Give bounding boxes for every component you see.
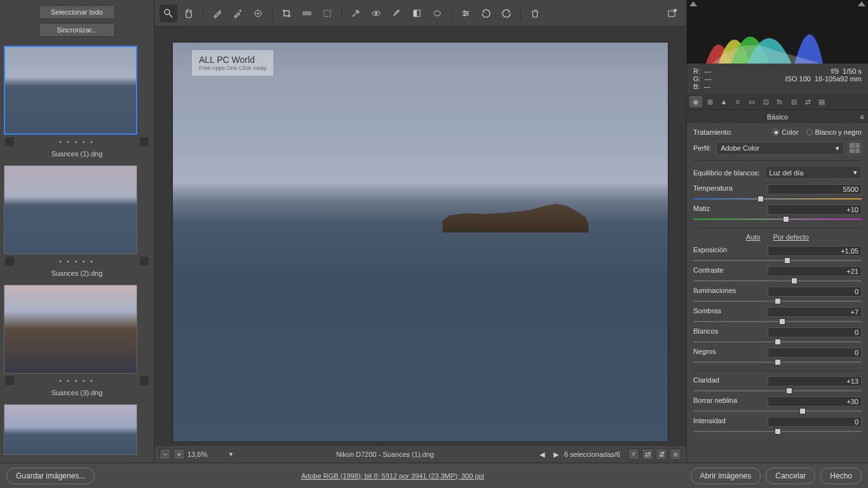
select-all-button[interactable]: Seleccionar todo xyxy=(39,5,115,19)
before-after-icon[interactable]: ⇄ xyxy=(642,449,653,460)
straighten-tool[interactable] xyxy=(298,4,316,22)
blacks-input[interactable] xyxy=(768,348,862,358)
svg-point-20 xyxy=(466,12,468,14)
dehaze-slider[interactable]: Borrar neblina xyxy=(693,396,862,414)
transform-tool[interactable] xyxy=(318,4,336,22)
svg-point-0 xyxy=(165,10,170,15)
auto-link[interactable]: Auto xyxy=(746,233,761,241)
gradient-tool[interactable] xyxy=(408,4,426,22)
settings-icon xyxy=(140,376,149,385)
profile-browser-button[interactable] xyxy=(848,141,862,155)
vibrance-slider[interactable]: Intensidad xyxy=(693,417,862,435)
thumbnail-item[interactable]: • • • • • Suances (1).dng xyxy=(4,46,150,159)
cancel-button[interactable]: Cancelar xyxy=(766,468,815,484)
panel-menu-icon[interactable]: ≡ xyxy=(860,113,864,121)
target-adjust-tool[interactable] xyxy=(249,4,267,22)
zoom-level[interactable]: 13,6% xyxy=(187,451,226,458)
histogram[interactable] xyxy=(687,0,868,64)
wb-label: Equilibrio de blancos: xyxy=(693,169,760,177)
whites-slider[interactable]: Blancos xyxy=(693,327,862,345)
brush-tool[interactable] xyxy=(388,4,405,22)
thumbnail-label: Suances (1).dng xyxy=(4,149,150,159)
profile-select[interactable]: Adobe Color▾ xyxy=(716,142,844,155)
exposure-slider[interactable]: Exposición xyxy=(693,246,862,264)
thumbnail-item[interactable]: • • • • • Suances (2).dng xyxy=(4,165,150,278)
whites-input[interactable] xyxy=(768,327,862,337)
rotate-cw-icon[interactable] xyxy=(498,4,515,22)
tab-snap[interactable]: ▤ xyxy=(815,96,828,107)
done-button[interactable]: Hecho xyxy=(820,468,862,484)
shadows-input[interactable] xyxy=(768,307,862,317)
crop-icon xyxy=(5,257,14,266)
thumbnail-item[interactable]: • • • • • Suances (3).dng xyxy=(4,285,150,398)
zoom-tool[interactable] xyxy=(159,4,177,22)
svg-point-2 xyxy=(240,10,241,11)
toolbar xyxy=(154,0,686,27)
tab-presets[interactable]: ⇄ xyxy=(801,96,814,107)
swap-icon[interactable]: ⇵ xyxy=(656,449,667,460)
vibrance-input[interactable] xyxy=(768,417,862,427)
settings-icon xyxy=(140,257,149,266)
red-eye-tool[interactable] xyxy=(367,4,385,22)
highlight-clip-icon[interactable]: Y xyxy=(628,449,639,460)
zoom-out-button[interactable]: − xyxy=(159,449,171,460)
shadow-clip-icon[interactable] xyxy=(689,1,697,6)
thumbnail-list[interactable]: • • • • • Suances (1).dng • • • • • Suan… xyxy=(0,42,154,463)
default-link[interactable]: Por defecto xyxy=(773,233,809,241)
status-bar: − + 13,6% ▼ Nikon D7200 - Suances (1).dn… xyxy=(154,446,686,463)
color-sampler-tool[interactable] xyxy=(229,4,247,22)
treatment-bw-radio[interactable]: Blanco y negro xyxy=(806,128,862,136)
workflow-link[interactable]: Adobe RGB (1998); bit 8; 5912 por 3941 (… xyxy=(95,472,690,480)
settings-icon xyxy=(140,137,149,146)
save-images-button[interactable]: Guardar imágenes... xyxy=(6,468,95,484)
tab-lens[interactable]: ⊡ xyxy=(759,96,772,107)
shadows-slider[interactable]: Sombras xyxy=(693,307,862,325)
prev-image-button[interactable]: ◀ xyxy=(536,449,548,460)
tab-fx[interactable]: fx xyxy=(773,96,786,107)
thumbnail-label: Suances (3).dng xyxy=(4,388,150,398)
tab-split[interactable]: ▭ xyxy=(745,96,758,107)
tint-input[interactable] xyxy=(768,205,862,215)
svg-point-10 xyxy=(353,15,354,17)
contrast-slider[interactable]: Contraste xyxy=(693,266,862,284)
selection-count: 6 seleccionadas/6 xyxy=(564,451,620,458)
clarity-input[interactable] xyxy=(768,376,862,386)
temperature-slider[interactable]: Temperatura xyxy=(693,184,862,202)
rotate-ccw-icon[interactable] xyxy=(477,4,495,22)
canvas[interactable]: ALL PC World Free Apps One Click Away xyxy=(154,27,686,446)
temperature-input[interactable] xyxy=(768,184,862,194)
tab-basic[interactable]: ◉ xyxy=(689,96,702,107)
tab-curve[interactable]: ⊞ xyxy=(703,96,716,107)
contrast-input[interactable] xyxy=(768,266,862,276)
tab-hsl[interactable]: ≡ xyxy=(731,96,744,107)
tint-slider[interactable]: Matiz xyxy=(693,205,862,222)
tab-detail[interactable]: ▲ xyxy=(717,96,730,107)
dehaze-input[interactable] xyxy=(768,396,862,407)
delete-icon[interactable] xyxy=(526,4,544,22)
open-object-icon[interactable] xyxy=(663,4,681,22)
spot-removal-tool[interactable] xyxy=(347,4,365,22)
open-images-button[interactable]: Abrir imágenes xyxy=(691,468,761,484)
crop-tool[interactable] xyxy=(278,4,295,22)
zoom-in-button[interactable]: + xyxy=(173,449,185,460)
clarity-slider[interactable]: Claridad xyxy=(693,376,862,394)
highlight-clip-icon[interactable] xyxy=(858,1,865,6)
exposure-input[interactable] xyxy=(768,246,862,256)
tab-calib[interactable]: ⊟ xyxy=(787,96,800,107)
highlights-slider[interactable]: Iluminaciones xyxy=(693,287,862,304)
blacks-slider[interactable]: Negros xyxy=(693,348,862,365)
highlights-input[interactable] xyxy=(768,287,862,297)
radial-tool[interactable] xyxy=(428,4,446,22)
thumbnail-item[interactable] xyxy=(4,404,150,455)
wb-select[interactable]: Luz del día▾ xyxy=(765,166,862,179)
hand-tool[interactable] xyxy=(180,4,198,22)
white-balance-tool[interactable] xyxy=(208,4,226,22)
image-view[interactable]: ALL PC World Free Apps One Click Away xyxy=(172,42,668,442)
svg-point-21 xyxy=(464,14,466,16)
view-mode-icon[interactable]: ≡ xyxy=(670,449,681,460)
svg-point-19 xyxy=(464,10,466,12)
preferences-icon[interactable] xyxy=(457,4,475,22)
sync-button[interactable]: Sincronizar... xyxy=(39,23,115,37)
treatment-color-radio[interactable]: Color xyxy=(773,128,798,136)
next-image-button[interactable]: ▶ xyxy=(550,449,562,460)
